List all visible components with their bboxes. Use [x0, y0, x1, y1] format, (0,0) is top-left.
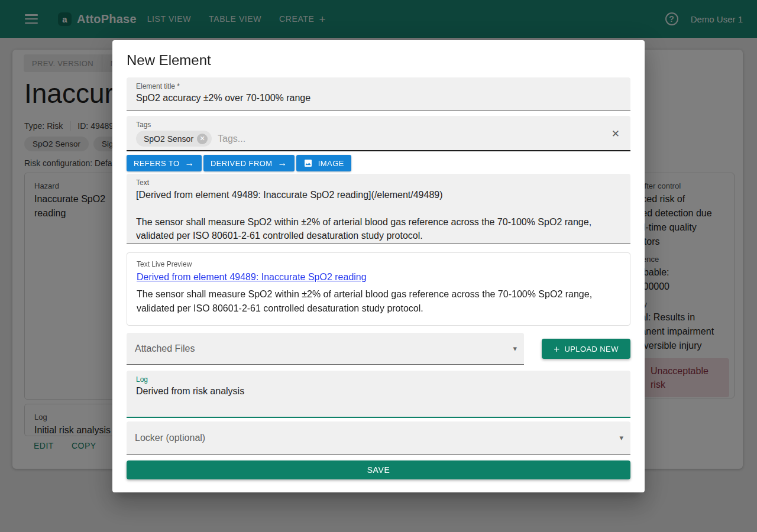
- tags-label: Tags: [136, 121, 621, 129]
- locker-label: Locker (optional): [135, 433, 205, 443]
- attached-files-row: Attached Files ▾ + UPLOAD NEW: [127, 333, 630, 365]
- log-field-value: Derived from risk analysis: [136, 386, 621, 397]
- arrow-forward-icon: →: [185, 158, 195, 168]
- derived-from-button[interactable]: DERIVED FROM →: [203, 155, 295, 171]
- plus-icon: +: [554, 344, 559, 354]
- text-live-preview: Text Live Preview Derived from element 4…: [127, 252, 630, 326]
- close-glyph: ✕: [199, 135, 205, 142]
- new-element-dialog: New Element Element title * SpO2 accurac…: [112, 40, 645, 492]
- refers-to-button[interactable]: REFERS TO →: [127, 155, 202, 171]
- text-field[interactable]: Text [Derived from element 49489: Inaccu…: [127, 174, 630, 244]
- preview-body: The sensor shall measure SpO2 within ±2%…: [137, 287, 620, 316]
- text-value: [Derived from element 49489: Inaccurate …: [136, 188, 621, 242]
- preview-label: Text Live Preview: [137, 260, 620, 268]
- upload-new-button[interactable]: + UPLOAD NEW: [542, 339, 630, 359]
- tags-input[interactable]: [218, 134, 621, 144]
- upload-new-label: UPLOAD NEW: [564, 345, 618, 353]
- image-button[interactable]: IMAGE: [296, 155, 351, 171]
- tags-clear-icon[interactable]: ✕: [612, 128, 620, 140]
- text-label: Text: [136, 179, 621, 187]
- tags-field[interactable]: Tags SpO2 Sensor ✕ ✕: [127, 116, 630, 151]
- tag-chip-label: SpO2 Sensor: [144, 134, 193, 144]
- preview-element-link[interactable]: Derived from element 49489: Inaccurate S…: [137, 272, 367, 283]
- dropdown-arrow-icon: ▾: [513, 344, 517, 353]
- refers-to-label: REFERS TO: [134, 159, 180, 168]
- element-title-value: SpO2 accuracy ±2% over 70-100% range: [136, 93, 621, 103]
- derived-from-label: DERIVED FROM: [211, 159, 272, 168]
- dialog-title: New Element: [127, 40, 630, 69]
- log-field[interactable]: Log Derived from risk analysis: [127, 371, 630, 418]
- save-button[interactable]: SAVE: [127, 460, 630, 479]
- insert-buttons-row: REFERS TO → DERIVED FROM → IMAGE: [127, 155, 630, 171]
- arrow-forward-icon: →: [277, 158, 287, 168]
- element-title-field[interactable]: Element title * SpO2 accuracy ±2% over 7…: [127, 77, 630, 111]
- image-label: IMAGE: [318, 159, 344, 168]
- chip-delete-icon[interactable]: ✕: [197, 134, 208, 144]
- attached-files-label: Attached Files: [135, 343, 195, 354]
- locker-select[interactable]: Locker (optional) ▾: [127, 421, 630, 455]
- image-icon: [303, 158, 313, 168]
- log-field-label: Log: [136, 375, 621, 384]
- tag-chip[interactable]: SpO2 Sensor ✕: [136, 131, 212, 147]
- dropdown-arrow-icon: ▾: [619, 433, 623, 442]
- attached-files-select[interactable]: Attached Files ▾: [127, 333, 524, 365]
- element-title-label: Element title *: [136, 82, 621, 90]
